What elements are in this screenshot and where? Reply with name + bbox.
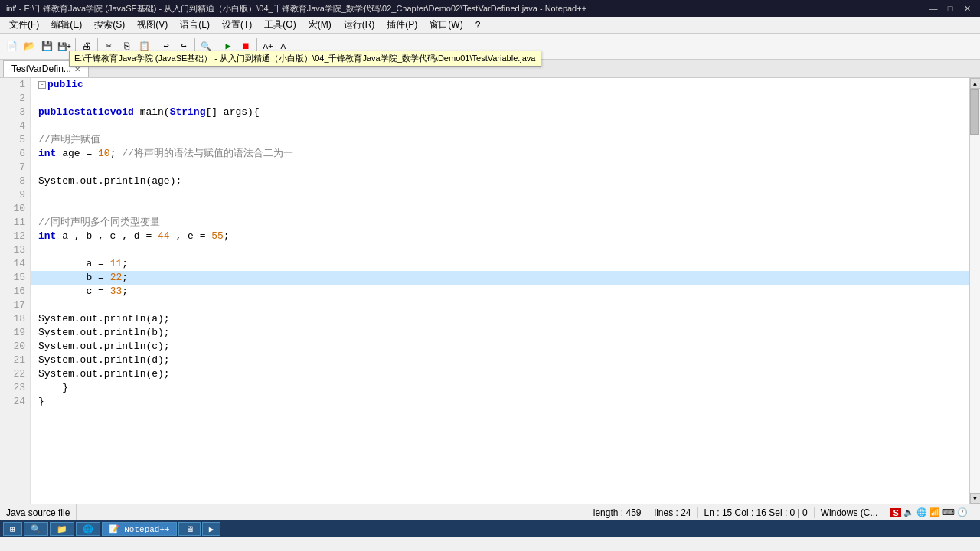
code-line-23: } <box>31 381 969 395</box>
code-line-8: System.out.println(age); <box>31 174 969 188</box>
position-status: Ln : 15 Col : 16 Sel : 0 | 0 <box>697 507 814 518</box>
new-button[interactable] <box>3 38 20 55</box>
fold-icon[interactable]: - <box>38 81 46 89</box>
status-right: length : 459 lines : 24 Ln : 15 Col : 16… <box>593 507 974 518</box>
breadcrumb-tooltip: E:\千锋教育Java学院 (JavaSE基础） - 从入门到精通（小白版）\0… <box>69 51 541 67</box>
code-line-24: } <box>31 395 969 409</box>
scroll-up-arrow[interactable]: ▲ <box>970 78 981 89</box>
code-line-17 <box>31 298 969 312</box>
menu-item[interactable]: 编辑(E) <box>45 17 88 33</box>
file-type-status: Java source file <box>6 504 77 520</box>
encoding-status: Windows (C... <box>814 507 884 518</box>
open-button[interactable] <box>21 38 38 55</box>
code-line-6: int age = 10; //将声明的语法与赋值的语法合二为一 <box>31 147 969 161</box>
menu-item[interactable]: 设置(T) <box>216 17 258 33</box>
minimize-button[interactable]: — <box>926 2 940 15</box>
taskbar-explorer[interactable]: 📁 <box>50 522 74 536</box>
code-line-5: //声明并赋值 <box>31 133 969 147</box>
code-line-15: b = 22; <box>31 271 969 285</box>
taskbar-search[interactable]: 🔍 <box>24 522 48 536</box>
right-scrollbar[interactable]: ▲ ▼ <box>969 78 980 504</box>
code-line-18: System.out.println(a); <box>31 312 969 326</box>
taskbar-notepad[interactable]: 📝 Notepad++ <box>102 522 177 536</box>
status-bar: Java source file length : 459 lines : 24… <box>0 504 980 520</box>
code-line-13 <box>31 243 969 257</box>
code-line-19: System.out.println(b); <box>31 326 969 340</box>
code-line-2 <box>31 92 969 106</box>
menu-item[interactable]: 运行(R) <box>338 17 381 33</box>
menu-item[interactable]: 文件(F) <box>3 17 45 33</box>
code-area[interactable]: -public public static void main(String[]… <box>31 78 969 504</box>
length-status: length : 459 <box>593 507 648 518</box>
scroll-track[interactable] <box>970 89 981 493</box>
code-line-11: //同时声明多个同类型变量 <box>31 216 969 230</box>
editor-container: 123456789101112131415161718192021222324 … <box>0 78 980 504</box>
code-line-10 <box>31 202 969 216</box>
ime-indicator: S <box>890 508 900 517</box>
taskbar: ⊞ 🔍 📁 🌐 📝 Notepad++ 🖥 ▶ <box>0 520 980 537</box>
code-line-3: public static void main(String[] args){ <box>31 106 969 119</box>
start-button[interactable]: ⊞ <box>3 522 22 536</box>
menu-item[interactable]: 视图(V) <box>131 17 174 33</box>
menu-item[interactable]: 宏(M) <box>302 17 338 33</box>
code-line-1: -public <box>31 78 969 92</box>
close-button[interactable]: ✕ <box>960 2 974 15</box>
code-line-7 <box>31 161 969 174</box>
menu-item[interactable]: 搜索(S) <box>88 17 131 33</box>
taskbar-browser[interactable]: 🌐 <box>76 522 100 536</box>
code-line-16: c = 33; <box>31 285 969 298</box>
code-line-14: a = 11; <box>31 257 969 271</box>
window-controls: — □ ✕ <box>926 2 974 15</box>
ime-status: S 🔈 🌐 📶 ⌨ 🕐 <box>884 507 974 517</box>
scroll-down-arrow[interactable]: ▼ <box>970 493 981 504</box>
code-line-20: System.out.println(c); <box>31 340 969 354</box>
line-numbers: 123456789101112131415161718192021222324 <box>0 78 31 504</box>
breadcrumb-text: E:\千锋教育Java学院 (JavaSE基础） - 从入门到精通（小白版）\0… <box>74 54 536 63</box>
scroll-thumb[interactable] <box>970 89 979 135</box>
code-line-12: int a , b , c , d = 44 , e = 55; <box>31 230 969 243</box>
code-line-21: System.out.println(d); <box>31 354 969 367</box>
title-text: int' - E:\千锋教育Java学院 (JavaSE基础) - 从入门到精通… <box>6 3 586 15</box>
code-line-22: System.out.println(e); <box>31 367 969 381</box>
code-line-9 <box>31 188 969 202</box>
maximize-button[interactable]: □ <box>943 2 957 15</box>
taskbar-media[interactable]: ▶ <box>202 522 221 536</box>
sys-tray-icons: 🔈 🌐 📶 ⌨ 🕐 <box>903 507 968 517</box>
menu-item[interactable]: 工具(O) <box>258 17 302 33</box>
menu-item[interactable]: ? <box>469 18 487 32</box>
menu-item[interactable]: 插件(P) <box>381 17 423 33</box>
title-bar: int' - E:\千锋教育Java学院 (JavaSE基础) - 从入门到精通… <box>0 0 980 17</box>
menu-item[interactable]: 语言(L) <box>174 17 216 33</box>
menu-bar: 文件(F)编辑(E)搜索(S)视图(V)语言(L)设置(T)工具(O)宏(M)运… <box>0 17 980 34</box>
windows-icon: ⊞ <box>10 524 15 534</box>
lines-status: lines : 24 <box>648 507 697 518</box>
code-line-4 <box>31 119 969 133</box>
tab-label: TestVarDefin... <box>11 64 71 74</box>
taskbar-cmd[interactable]: 🖥 <box>178 522 201 536</box>
menu-item[interactable]: 窗口(W) <box>423 17 469 33</box>
save-button[interactable] <box>38 38 55 55</box>
